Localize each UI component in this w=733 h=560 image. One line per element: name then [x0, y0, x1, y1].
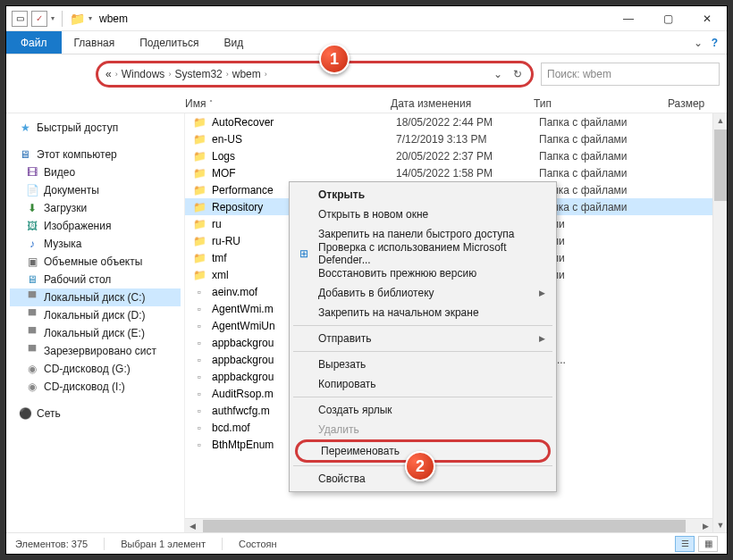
cm-send-to[interactable]: Отправить ▶ [291, 329, 554, 348]
submenu-arrow-icon: ▶ [539, 334, 545, 343]
refresh-icon[interactable]: ↻ [513, 68, 522, 80]
cm-cut[interactable]: Вырезать [291, 355, 554, 374]
file-icon: ▫ [192, 302, 206, 316]
sidebar-item[interactable]: ◉CD-дисковод (G:) [10, 360, 181, 378]
col-size[interactable]: Размер [668, 97, 721, 110]
file-type: Папка с файлами [539, 133, 673, 146]
scroll-down-icon[interactable]: ▼ [714, 518, 727, 532]
scroll-up-icon[interactable]: ▲ [714, 113, 727, 128]
file-date: 20/05/2022 2:37 PM [396, 150, 539, 163]
disk-icon: ▀ [26, 291, 38, 304]
file-name: AutoRecover [212, 116, 396, 129]
callout-2: 2 [405, 451, 435, 481]
qat-properties-icon[interactable]: ✓ [31, 11, 47, 27]
window-title: wbem [99, 13, 128, 25]
breadcrumb-prefix[interactable]: « [105, 68, 112, 80]
status-state: Состоян [239, 539, 277, 549]
view-icons-button[interactable]: ▦ [698, 536, 718, 552]
horizontal-scrollbar[interactable]: ◀ ▶ [185, 518, 712, 532]
col-type[interactable]: Тип [534, 97, 668, 110]
sidebar-network[interactable]: ⚫ Сеть [10, 405, 181, 422]
sidebar-item[interactable]: ♪Музыка [10, 235, 181, 253]
status-bar: Элементов: 375 Выбран 1 элемент Состоян … [6, 532, 727, 554]
ribbon-help-icon[interactable]: ? [712, 37, 718, 49]
sidebar-item[interactable]: ▣Объемные объекты [10, 253, 181, 271]
vertical-scrollbar[interactable]: ▲ ▼ [712, 113, 727, 532]
chevron-right-icon[interactable]: › [112, 70, 122, 79]
sidebar-item[interactable]: ▀Локальный диск (C:) [10, 288, 181, 306]
address-bar-row: « › Windows › System32 › wbem › ⌄ ↻ Поис… [6, 54, 727, 94]
tab-home[interactable]: Главная [62, 31, 128, 54]
folder-icon: 📁 [192, 115, 206, 130]
file-type: при... [539, 354, 673, 366]
file-name: Logs [212, 150, 396, 163]
history-dropdown-icon[interactable]: ⌄ [493, 68, 502, 80]
breadcrumb-windows[interactable]: Windows [122, 68, 165, 80]
table-row[interactable]: 📁MOF14/05/2022 1:58 PMПапка с файлами [185, 164, 727, 181]
chevron-right-icon[interactable]: › [223, 70, 232, 79]
separator [293, 351, 552, 352]
cm-defender-scan[interactable]: ⊞ Проверка с использованием Microsoft De… [291, 244, 554, 263]
status-selected: Выбран 1 элемент [121, 539, 206, 549]
cm-add-to-library[interactable]: Добавить в библиотеку ▶ [291, 283, 554, 303]
close-button[interactable]: ✕ [687, 6, 727, 31]
sidebar-item-label: Локальный диск (E:) [44, 327, 145, 339]
cm-copy[interactable]: Копировать [291, 374, 554, 394]
sidebar-quick-access[interactable]: ★ Быстрый доступ [10, 119, 181, 137]
sort-asc-icon: ˄ [209, 99, 213, 107]
file-type: Папка с файлами [539, 201, 673, 213]
sidebar-item-label: Рабочий стол [44, 273, 111, 286]
breadcrumb-system32[interactable]: System32 [174, 68, 222, 80]
sidebar-item[interactable]: ▀Зарезервировано сист [10, 342, 181, 360]
sidebar-this-pc[interactable]: 🖥 Этот компьютер [10, 146, 181, 163]
sidebar-item[interactable]: ◉CD-дисковод (I:) [10, 378, 181, 396]
quick-access-toolbar: ▭ ✓ ▾ 📁 ▾ [6, 11, 92, 27]
sidebar-item[interactable]: 🎞Видео [10, 163, 181, 181]
sidebar-item[interactable]: 📄Документы [10, 181, 181, 199]
file-icon: ▫ [192, 404, 206, 418]
cm-pin-start[interactable]: Закрепить на начальном экране [291, 303, 554, 322]
tab-share[interactable]: Поделиться [127, 31, 211, 54]
cm-open-new-window[interactable]: Открыть в новом окне [291, 205, 554, 224]
file-icon: ▫ [192, 387, 206, 401]
folder-icon: 📁 [192, 149, 206, 163]
folder-icon: 📁 [192, 251, 206, 265]
table-row[interactable]: 📁AutoRecover18/05/2022 2:44 PMПапка с фа… [185, 113, 727, 130]
col-name[interactable]: Имя ˄ [185, 97, 391, 110]
qat-new-icon[interactable]: ▭ [12, 11, 28, 27]
scroll-thumb[interactable] [203, 520, 686, 532]
sidebar-item[interactable]: ▀Локальный диск (E:) [10, 324, 181, 342]
sidebar-item[interactable]: ▀Локальный диск (D:) [10, 306, 181, 324]
sidebar-item[interactable]: 🖼Изображения [10, 217, 181, 235]
sidebar-item-label: Объемные объекты [44, 255, 142, 268]
tab-file[interactable]: Файл [6, 31, 62, 54]
breadcrumb-wbem[interactable]: wbem [232, 68, 261, 80]
breadcrumb[interactable]: « › Windows › System32 › wbem › ⌄ ↻ [96, 61, 534, 88]
sidebar-item-label: CD-дисковод (I:) [44, 380, 125, 393]
tab-view[interactable]: Вид [211, 31, 256, 54]
search-input[interactable]: Поиск: wbem [541, 63, 720, 86]
scroll-thumb[interactable] [714, 130, 727, 201]
cm-create-shortcut[interactable]: Создать ярлык [291, 400, 554, 420]
sidebar-item[interactable]: 🖥Рабочий стол [10, 271, 181, 288]
sidebar-item[interactable]: ⬇Загрузки [10, 199, 181, 217]
doc-icon: 📄 [26, 184, 38, 196]
scroll-right-icon[interactable]: ▶ [698, 520, 712, 532]
cm-delete[interactable]: Удалить [291, 420, 554, 439]
network-icon: ⚫ [19, 407, 31, 420]
chevron-right-icon[interactable]: › [164, 70, 174, 79]
ribbon-expand-icon[interactable]: ⌄ [694, 37, 703, 49]
cm-restore-previous[interactable]: Восстановить прежнюю версию [291, 263, 554, 283]
star-icon: ★ [19, 121, 31, 134]
scroll-left-icon[interactable]: ◀ [185, 520, 199, 532]
file-icon: ▫ [192, 353, 206, 367]
qat-dropdown-icon[interactable]: ▾ [51, 14, 55, 22]
minimize-button[interactable]: — [609, 6, 648, 31]
maximize-button[interactable]: ▢ [648, 6, 687, 31]
chevron-right-icon[interactable]: › [261, 70, 271, 79]
table-row[interactable]: 📁Logs20/05/2022 2:37 PMПапка с файлами [185, 147, 727, 164]
view-details-button[interactable]: ☰ [675, 536, 695, 552]
table-row[interactable]: 📁en-US7/12/2019 3:13 PMПапка с файлами [185, 130, 727, 147]
col-date[interactable]: Дата изменения [391, 97, 534, 110]
cm-open[interactable]: Открыть [291, 185, 554, 205]
